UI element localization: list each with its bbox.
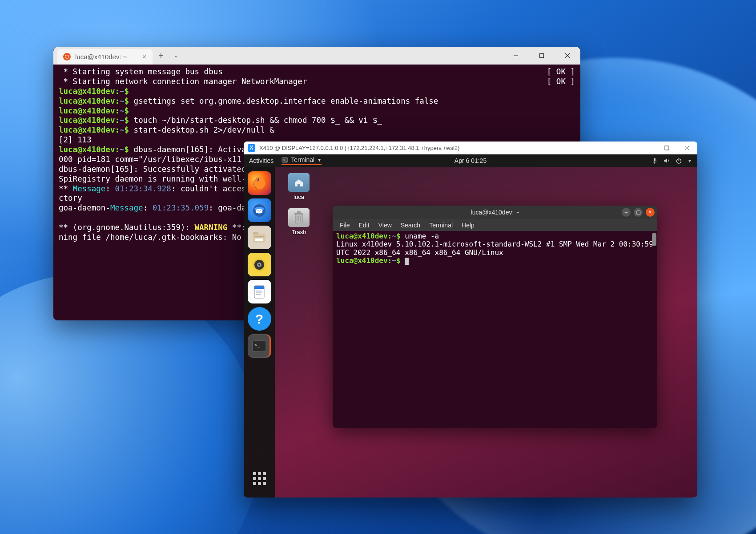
svg-rect-5 [665, 146, 669, 150]
menu-search[interactable]: Search [397, 220, 424, 230]
maximize-button[interactable]: ▢ [634, 208, 643, 217]
thunderbird-icon [252, 203, 267, 218]
prompt-user: luca@x410dev [336, 232, 388, 240]
gnome-terminal-titlebar[interactable]: luca@x410dev: ~ – ▢ × [333, 206, 657, 219]
dock-libreoffice-writer[interactable] [248, 280, 271, 303]
menu-view[interactable]: View [375, 220, 395, 230]
desktop-trash[interactable]: Trash [281, 208, 316, 235]
svg-text:>_: >_ [283, 158, 288, 162]
svg-rect-10 [654, 158, 655, 162]
prompt-user: luca@x410dev [59, 97, 115, 105]
command-output: Linux x410dev 5.10.102.1-microsoft-stand… [336, 240, 657, 256]
prompt-path: ~ [120, 87, 125, 96]
prompt-path: ~ [120, 125, 125, 134]
tab-title: luca@x410dev: ~ [75, 53, 127, 61]
terminal-tab-active[interactable]: luca@x410dev: ~ × [57, 49, 153, 65]
log-line: goa-daemon- [59, 203, 110, 212]
power-icon[interactable] [676, 158, 682, 164]
minimize-icon [513, 53, 519, 58]
close-tab-icon[interactable]: × [142, 53, 146, 61]
terminal-icon: >_ [252, 340, 266, 352]
prompt-user: luca@x410dev [59, 116, 115, 125]
log-line: ctory [59, 194, 82, 202]
x410-window: X X410 @ DISPLAY=127.0.0.1:0.0 (+172.21.… [244, 142, 697, 498]
prompt-path: ~ [120, 97, 125, 105]
gnome-terminal-output[interactable]: luca@x410dev:~$ uname -a Linux x410dev 5… [333, 231, 657, 428]
menu-terminal[interactable]: Terminal [426, 220, 456, 230]
maximize-button[interactable] [529, 47, 555, 65]
close-button[interactable] [555, 47, 580, 65]
svg-rect-18 [254, 236, 264, 237]
menu-help[interactable]: Help [458, 220, 478, 230]
prompt-user: luca@x410dev [59, 125, 115, 134]
dock-help[interactable]: ? [248, 307, 271, 331]
minimize-button[interactable] [636, 142, 656, 154]
x410-app-icon: X [248, 144, 255, 152]
minimize-icon [644, 146, 649, 150]
menu-file[interactable]: File [336, 220, 354, 230]
prompt-path: ~ [392, 256, 396, 265]
scrollbar-thumb[interactable] [652, 233, 656, 246]
minimize-button[interactable] [503, 47, 529, 65]
folder-icon [288, 173, 310, 192]
microphone-icon[interactable] [651, 158, 658, 164]
firefox-icon [252, 176, 267, 191]
status-ok: [ OK ] [547, 77, 575, 87]
log-line: * Starting network connection manager Ne… [59, 77, 307, 86]
timestamp: 01:23:35.059 [153, 203, 209, 212]
close-button[interactable]: × [646, 208, 655, 217]
new-tab-button[interactable]: + [153, 51, 169, 61]
activities-button[interactable]: Activities [249, 157, 273, 164]
window-title: luca@x410dev: ~ [471, 209, 519, 216]
timestamp: 01:23:34.928 [115, 184, 171, 193]
menu-edit[interactable]: Edit [355, 220, 373, 230]
speaker-icon [251, 257, 267, 273]
icon-label: Trash [292, 229, 306, 235]
desktop-home-folder[interactable]: luca [281, 173, 316, 200]
clock[interactable]: Apr 6 01:25 [454, 157, 487, 164]
tab-dropdown-icon[interactable]: ⌄ [169, 53, 183, 59]
svg-rect-17 [253, 232, 258, 235]
prompt-user: luca@x410dev [59, 87, 115, 96]
gnome-dock: ? >_ [244, 167, 275, 498]
svg-point-23 [258, 264, 260, 266]
status-ok: [ OK ] [547, 67, 575, 77]
prompt-user: luca@x410dev [59, 106, 115, 115]
svg-rect-33 [297, 211, 301, 213]
gnome-topbar: Activities >_ Terminal ▼ Apr 6 01:25 ▼ [244, 154, 697, 167]
apps-grid-icon [253, 472, 266, 485]
gnome-desktop[interactable]: Activities >_ Terminal ▼ Apr 6 01:25 ▼ [244, 154, 697, 498]
chevron-down-icon[interactable]: ▼ [688, 158, 692, 163]
log-line: ** (org.gnome.Nautilus:359): [59, 223, 195, 232]
maximize-icon [664, 146, 669, 150]
ubuntu-icon [63, 53, 71, 61]
windows-terminal-tabbar: luca@x410dev: ~ × + ⌄ [53, 47, 580, 65]
desktop-icons: luca Trash [281, 173, 316, 235]
command: uname -a [405, 232, 439, 240]
topbar-app-menu[interactable]: >_ Terminal ▼ [281, 156, 322, 165]
gnome-terminal-menubar: File Edit View Search Terminal Help [333, 219, 657, 231]
prompt-path: ~ [120, 116, 125, 125]
log-line: * Starting system message bus dbus [59, 67, 223, 76]
command: touch ~/bin/start-desktop.sh && chmod 70… [134, 116, 382, 125]
dock-rhythmbox[interactable] [248, 253, 271, 276]
dock-thunderbird[interactable] [248, 198, 271, 222]
log-line: SpiRegistry daemon is running with well- [59, 174, 246, 183]
dock-firefox[interactable] [248, 171, 271, 195]
log-line: 000 pid=181 comm="/usr/libexec/ibus-x11 [59, 155, 246, 164]
volume-icon[interactable] [664, 158, 670, 164]
dock-terminal[interactable]: >_ [248, 334, 271, 358]
dock-files[interactable] [248, 226, 271, 249]
svg-rect-25 [254, 286, 264, 289]
maximize-button[interactable] [656, 142, 677, 154]
msg-label: Message [73, 184, 106, 193]
x410-title: X410 @ DISPLAY=127.0.0.1:0.0 (+172.21.22… [259, 145, 459, 151]
minimize-button[interactable]: – [622, 208, 631, 217]
show-applications-button[interactable] [248, 467, 271, 490]
x410-titlebar[interactable]: X X410 @ DISPLAY=127.0.0.1:0.0 (+172.21.… [244, 142, 697, 154]
close-button[interactable] [677, 142, 697, 154]
command: start-desktop.sh 2>/dev/null & [134, 125, 274, 134]
terminal-icon: >_ [281, 157, 288, 163]
close-icon [565, 53, 570, 58]
log-line: [2] 113 [59, 135, 92, 144]
